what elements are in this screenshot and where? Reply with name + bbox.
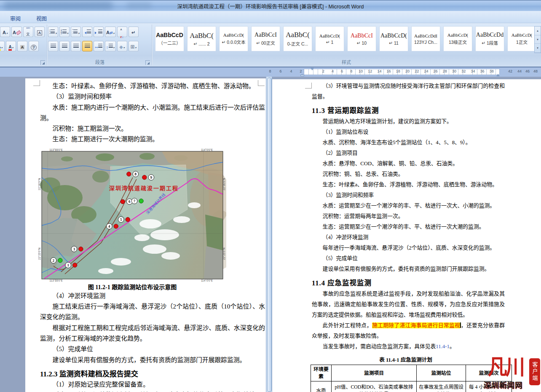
gallery-more-icon[interactable]: ▼ — [535, 44, 541, 53]
style-item-3[interactable]: AaBbCcD(↵ 0.0.0文本 — [219, 26, 248, 51]
sort-button[interactable]: AZ↓ — [117, 27, 127, 37]
clear-formatting-button[interactable]: A — [11, 27, 22, 37]
paragraph: （5）完成单位 — [40, 344, 265, 354]
tab-review[interactable]: 审阅 — [6, 13, 25, 24]
paragraph: （4）冲淤环境监测 — [312, 232, 505, 243]
enclose-characters-button[interactable]: 字 — [29, 41, 39, 51]
highlight-color-button[interactable]: ab▾ — [0, 41, 5, 51]
gallery-down-icon[interactable]: ▼ — [535, 35, 541, 44]
document-area: 生态：叶绿素a、鱼卵仔鱼、浮游植物、浮游动物、底栖生物、游泳动物。（3）监测时间… — [0, 77, 541, 392]
margin-crop-mark — [33, 80, 40, 86]
paragraph: （2）监测项目 — [312, 148, 505, 158]
tab-view[interactable]: 视图 — [32, 13, 51, 24]
first-line-indent-marker[interactable] — [311, 68, 314, 72]
line-spacing-button[interactable]: ↕▾ — [105, 41, 116, 51]
station-dot-4 — [114, 224, 118, 228]
bullets-button[interactable]: •••▾ — [48, 27, 58, 37]
ruler-number: 4 — [290, 69, 292, 73]
ruler-number: 34 — [471, 69, 475, 73]
justify-button[interactable] — [82, 41, 92, 51]
sort-icon: AZ↓ — [121, 24, 124, 40]
paragraph: （4）冲淤环境监测 — [40, 291, 265, 301]
style-item-1[interactable]: AaBbCcD（一二三） — [155, 26, 184, 51]
style-item-7[interactable]: AaBbCcI↵ 10 — [347, 26, 376, 51]
gallery-up-icon[interactable]: ▲ — [535, 27, 541, 35]
paragraph: 营运期纳入地方环境监测计划，建议的监测方案如下。 — [312, 116, 505, 127]
paragraph: 每年进行一季海域海流、悬浮泥沙（2个站位）、底质、水深变化的监测。 — [312, 243, 505, 253]
style-item-2[interactable]: AaBbC(↵ ...... 2 — [187, 26, 216, 51]
increase-indent-button[interactable] — [94, 27, 104, 37]
group-divider — [47, 24, 48, 65]
station-dot-1 — [72, 263, 77, 267]
paragraph: 水质：运营期至少在一个潮汐年的丰、平、枯进行一次大、小潮的监测。 — [312, 201, 505, 211]
table-cell: pH值、COD和DO、石油类或事故排放的其他物质 — [332, 381, 417, 392]
coord-label: 113°55'0"E — [49, 279, 63, 282]
align-center-button[interactable] — [59, 41, 70, 51]
style-item-11[interactable]: AaBbCcDd↵ 1段落 — [475, 26, 504, 51]
sznews-watermark: 凡川 深圳新闻网 客户端 — [483, 357, 541, 392]
map-body: 深圳湾航道疏浚一期工程 深港海域分界线 123456789 — [40, 151, 226, 279]
style-item-9[interactable]: AaBbCcDdI123YJ Ch... — [411, 26, 440, 51]
project-label: 深圳湾航道疏浚一期工程 — [109, 185, 179, 191]
station-number-4: 4 — [108, 224, 110, 228]
character-border-button[interactable]: A — [35, 27, 45, 37]
phonetic-guide-button[interactable]: wén文 — [23, 27, 33, 37]
page-left[interactable]: 生态：叶绿素a、鱼卵仔鱼、浮游植物、浮游动物、底栖生物、游泳动物。（3）监测时间… — [25, 78, 266, 392]
align-left-button[interactable] — [48, 41, 58, 51]
multilevel-list-button[interactable]: *--▾ — [71, 27, 81, 37]
gallery-scroll[interactable]: ▲ ▼ ▼ — [534, 26, 541, 53]
vertical-scrollbar[interactable] — [266, 77, 272, 392]
shading-button[interactable]: ◆▾ — [117, 41, 127, 51]
station-number-7: 7 — [134, 199, 136, 203]
numbering-button[interactable]: 123▾ — [59, 27, 70, 37]
lat-label: 22°30'0"N — [222, 178, 225, 190]
ruler-number: 38 — [490, 69, 494, 73]
style-item-10[interactable]: AaBbCcD(13级正文 — [443, 26, 472, 51]
paragraph: 根据对工程施工期和工程完成后邻近海域海流、悬浮泥沙、底质、水深变化的监测，分析工… — [40, 323, 265, 344]
table-header: 环境要素 — [311, 365, 332, 381]
paragraph: 生态：施工期进行一次大潮期的监测。 — [40, 134, 265, 145]
paragraph-dialog-launcher-icon[interactable] — [145, 60, 150, 65]
left-indent-marker[interactable] — [300, 75, 304, 76]
coord-label: 114°0'0"E — [201, 279, 213, 282]
multilevel-list-icon: *--▾ — [72, 28, 80, 36]
style-item-5[interactable]: AaBbC(0-正文 C... — [283, 26, 312, 51]
character-shading-button[interactable]: A — [17, 41, 27, 51]
page-right[interactable]: （3）环境管理与监测情况应随时接受海洋行政主管部门和环保部门的检查和监督。11.… — [272, 79, 541, 392]
paragraph: （5）完成单位 — [312, 253, 505, 264]
station-number-2: 2 — [53, 258, 55, 263]
style-item-4[interactable]: AaBbCcI↵ 00正文 — [251, 26, 280, 51]
decrease-indent-button[interactable] — [82, 27, 92, 37]
font-dialog-launcher-icon[interactable] — [40, 60, 45, 65]
shrink-font-button[interactable]: A▾ — [0, 27, 10, 37]
scrollbar-thumb[interactable] — [267, 78, 272, 392]
align-right-button[interactable] — [71, 41, 81, 51]
figure-map[interactable]: 深圳湾航道疏浚一期工程 深港海域分界线 123456789 113°55'0"E… — [38, 148, 226, 291]
paragraph-group-label: 段落 — [48, 59, 152, 65]
word-window: 深圳湾航道疏浚工程（一期）环境影响报告书送审稿 [兼容模式] - Microso… — [0, 0, 541, 392]
station-number-6: 6 — [129, 199, 131, 204]
right-indent-marker[interactable] — [496, 72, 500, 76]
margin-crop-mark — [305, 83, 312, 89]
align-center-icon — [62, 43, 67, 50]
ribbon: A▾Awén文A ab▾A▾A字 •••▾123▾*--▾A⇄▾AZ↓↵ ⇿↕▾… — [0, 23, 541, 67]
ruler-number: 4 — [332, 69, 334, 73]
style-item-12[interactable]: AaBbCcD(1正文 — [507, 26, 535, 51]
phonetic-guide-icon: wén文 — [26, 27, 30, 37]
style-item-6[interactable]: AaBbCcD(↵ 1 — [315, 26, 344, 51]
styles-gallery: AaBbCcD（一二三）AaBbC(↵ ...... 2AaBbCcD(↵ 0.… — [155, 26, 535, 52]
ruler-number: 8 — [269, 69, 271, 73]
ruler-number: 46 — [525, 69, 530, 73]
show-marks-icon: ↵ — [131, 28, 135, 36]
borders-button[interactable]: ⊞▾ — [129, 41, 139, 51]
distribute-button[interactable]: ⇿ — [94, 41, 104, 51]
ruler-number: 20 — [405, 69, 410, 73]
ruler-number: 36 — [480, 69, 485, 73]
shrink-font-icon: A▾ — [3, 28, 8, 36]
paragraph-highlighted: 此外针对工程特点，施工期除了湛江海事局进行日常监视，还要充分依靠群众举报，及时发… — [312, 320, 505, 341]
ruler-number: 16 — [387, 69, 391, 73]
show-marks-button[interactable]: ↵ — [129, 27, 139, 37]
asian-layout-button[interactable]: A⇄▾ — [105, 27, 116, 37]
font-color-button[interactable]: A▾ — [6, 41, 16, 51]
style-item-8[interactable]: AaBbCcD(↵ 11 — [379, 26, 408, 51]
